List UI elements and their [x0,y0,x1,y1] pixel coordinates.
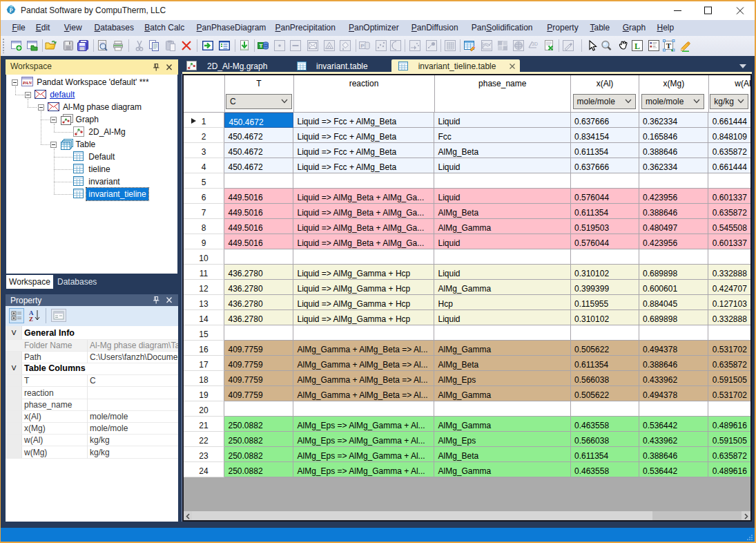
svg-text:P: P [360,43,365,49]
svg-text:3D: 3D [532,41,538,46]
svg-text:PAN: PAN [23,80,32,86]
svg-text:T: T [666,41,672,50]
svg-text:T: T [260,43,263,49]
svg-text:L: L [634,41,640,51]
svg-text:Z: Z [29,316,33,323]
svg-text:P: P [9,8,12,14]
